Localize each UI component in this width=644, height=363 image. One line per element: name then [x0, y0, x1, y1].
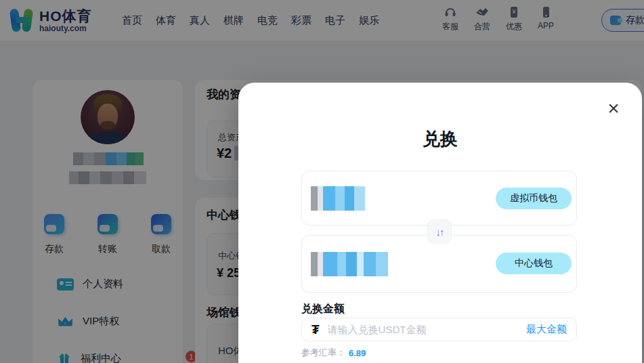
- close-icon[interactable]: ×: [603, 98, 624, 119]
- page: HO体育 haiouty.com 首页 体育 真人 棋牌 电竞 彩票 电子 娱乐…: [0, 0, 644, 363]
- exchange-modal: × 兑换 虚拟币钱包 ↓↑ 中心钱包 兑换金额 ₮ 最大金额 参考汇率： 6.8…: [238, 83, 642, 363]
- swap-arrows-icon: ↓↑: [436, 226, 444, 238]
- blurred-to-balance: [311, 252, 388, 276]
- amount-input-container: ₮ 最大金额: [301, 318, 577, 341]
- amount-input[interactable]: [328, 324, 526, 335]
- max-amount-button[interactable]: 最大金额: [526, 323, 567, 336]
- blurred-from-balance: [311, 186, 365, 211]
- rate-value: 6.89: [349, 348, 366, 358]
- swap-direction-button[interactable]: ↓↑: [427, 219, 452, 244]
- to-wallet-badge: 中心钱包: [496, 253, 572, 274]
- from-wallet-card[interactable]: 虚拟币钱包: [301, 171, 577, 226]
- usdt-currency-icon: ₮: [312, 322, 320, 337]
- reference-rate-row: 参考汇率： 6.89: [301, 347, 366, 359]
- from-wallet-badge: 虚拟币钱包: [496, 188, 572, 209]
- exchange-amount-label: 兑换金额: [301, 302, 345, 316]
- rate-label: 参考汇率：: [301, 347, 345, 359]
- modal-title: 兑换: [238, 127, 642, 151]
